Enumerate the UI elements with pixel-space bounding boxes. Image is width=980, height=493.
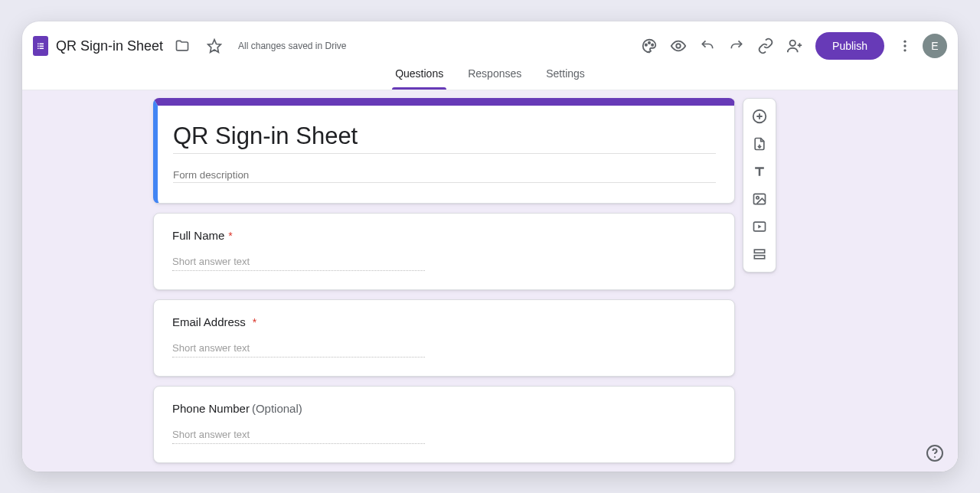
add-section-icon[interactable] [746,241,773,267]
svg-rect-5 [40,48,44,50]
required-star-icon: * [228,230,232,242]
question-title: Full Name * [172,229,716,242]
header-actions: Publish E [636,32,947,60]
move-to-folder-icon[interactable] [169,33,195,59]
theme-customize-icon[interactable] [636,33,662,59]
svg-rect-2 [38,46,39,47]
star-icon[interactable] [201,33,227,59]
form-editor-body: Full Name * Short answer text Email Addr… [22,90,958,472]
svg-rect-0 [38,44,39,45]
add-collaborator-icon[interactable] [782,33,808,59]
question-suffix: (Optional) [252,402,302,415]
svg-rect-4 [38,48,39,50]
svg-point-11 [790,41,795,46]
svg-point-7 [645,44,647,46]
svg-point-10 [676,44,681,48]
form-description-input[interactable] [173,168,716,183]
preview-icon[interactable] [665,33,691,59]
svg-point-8 [648,42,650,44]
more-options-icon[interactable] [892,33,918,59]
save-status-text: All changes saved in Drive [238,41,346,51]
svg-rect-24 [754,250,764,253]
svg-point-16 [903,49,906,51]
svg-rect-3 [40,46,44,47]
redo-icon[interactable] [724,33,750,59]
account-avatar[interactable]: E [923,34,947,58]
question-label: Phone Number [172,402,250,415]
question-card[interactable]: Email Address * Short answer text [153,299,735,377]
question-title: Email Address * [172,315,716,328]
form-column: Full Name * Short answer text Email Addr… [153,98,735,472]
help-icon[interactable] [924,442,946,464]
svg-point-27 [934,456,936,458]
svg-rect-1 [40,44,44,45]
publish-button[interactable]: Publish [815,32,884,60]
app-window: QR Sign-in Sheet All changes saved in Dr… [22,21,958,472]
required-star-icon: * [250,316,256,328]
svg-marker-6 [208,40,221,53]
add-title-icon[interactable] [746,158,773,184]
short-answer-placeholder: Short answer text [172,256,425,271]
question-label: Email Address [172,315,246,328]
question-label: Full Name [172,229,224,242]
tab-bar: Questions Responses Settings [22,67,958,90]
form-title-input[interactable] [173,119,716,154]
scroll-area[interactable]: Full Name * Short answer text Email Addr… [22,90,958,472]
document-title[interactable]: QR Sign-in Sheet [56,38,163,54]
tab-responses[interactable]: Responses [465,67,524,90]
question-title: Phone Number (Optional) [172,402,716,415]
forms-app-icon[interactable] [33,36,48,56]
short-answer-placeholder: Short answer text [172,342,425,358]
link-icon[interactable] [753,33,779,59]
header-bar: QR Sign-in Sheet All changes saved in Dr… [22,21,958,70]
add-video-icon[interactable] [746,214,773,240]
undo-icon[interactable] [694,33,720,59]
svg-point-14 [903,41,906,43]
add-image-icon[interactable] [746,186,773,212]
question-card[interactable]: Phone Number (Optional) Short answer tex… [153,386,735,463]
import-questions-icon[interactable] [746,131,773,157]
svg-point-15 [903,44,906,47]
add-question-icon[interactable] [746,103,773,129]
svg-point-21 [756,197,759,199]
svg-point-9 [652,44,653,46]
tab-questions[interactable]: Questions [392,67,446,90]
svg-rect-25 [754,256,764,259]
svg-marker-23 [758,225,761,229]
tab-settings[interactable]: Settings [543,67,588,90]
canvas: Full Name * Short answer text Email Addr… [153,98,827,472]
question-card[interactable]: Full Name * Short answer text [153,213,735,290]
form-header-card[interactable] [153,98,735,204]
short-answer-placeholder: Short answer text [172,429,425,444]
question-toolbar [743,98,776,273]
